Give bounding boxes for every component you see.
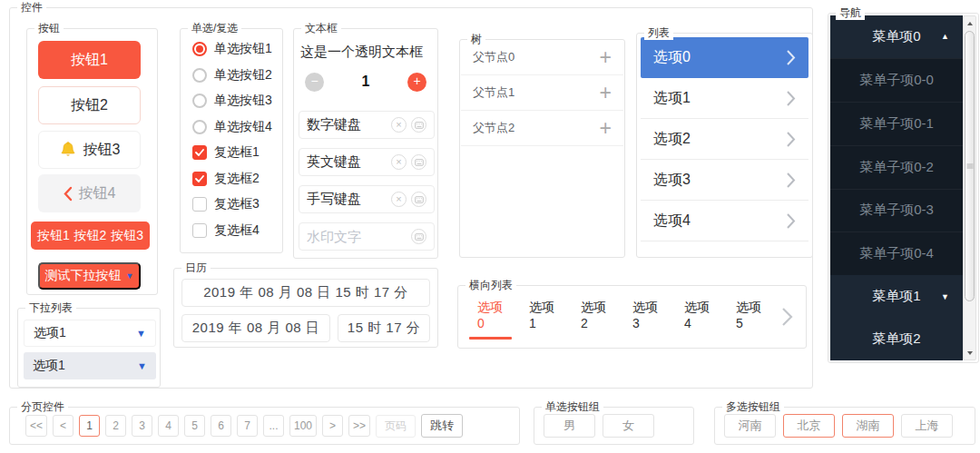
dropdown-test-button[interactable]: 测试下拉按钮 ▼ [38,262,141,290]
chevron-left-icon [64,186,73,202]
handwriting-keyboard-input[interactable] [307,192,387,207]
nav-submenu-item[interactable]: 菜单子项0-1 [830,102,963,145]
datetime-picker-full[interactable]: 2019 年 08 月 08 日 15 时 17 分 [181,279,430,307]
nav-menu-item-2[interactable]: 菜单项2 [830,318,963,360]
nav-submenu-item[interactable]: 菜单子项0-4 [830,231,963,275]
list-item[interactable]: 选项2 [641,119,808,160]
list-item[interactable]: 选项1 [641,78,808,119]
date-picker[interactable]: 2019 年 08 月 08 日 [181,314,330,342]
time-picker[interactable]: 15 时 17 分 [338,314,430,342]
list-item[interactable]: 选项0 [641,37,808,78]
ellipsis-button[interactable]: ... [263,415,284,437]
dropdown-select-1[interactable]: 选项1 ▼ [24,320,156,347]
gender-male-button[interactable]: 男 [544,414,595,438]
hlist-item[interactable]: 选项4 [678,289,717,345]
checkbox-option[interactable]: 复选框1 [192,145,282,160]
tree-legend: 树 [467,33,485,46]
hlist-item[interactable]: 选项0 [471,289,510,345]
button-group[interactable]: 按钮1 按钮2 按钮3 [31,222,150,250]
radio-option[interactable]: 单选按钮2 [192,68,282,83]
numeric-keyboard-input[interactable] [307,117,387,133]
nav-scrollbar[interactable] [963,15,976,360]
checkbox-icon [192,223,207,238]
transparent-textbox[interactable]: 这是一个透明文本框 [300,44,423,61]
nav-submenu-item[interactable]: 菜单子项0-3 [830,189,963,232]
tree-node[interactable]: 父节点2 + [461,111,623,146]
last-page-button[interactable]: >> [348,415,370,437]
nav-item-label: 菜单子项0-0 [859,72,934,89]
calendar-groupbox: 日历 2019 年 08 月 08 日 15 时 17 分 2019 年 08 … [173,268,438,348]
dropdown-select-2[interactable]: 选项1 ▼ [24,352,156,379]
nav-submenu-item[interactable]: 菜单子项0-2 [830,145,963,189]
page-button[interactable]: 5 [184,415,205,437]
keyboard-icon[interactable] [411,229,426,244]
keyboard-icon[interactable] [411,192,426,207]
nav-menu-item-1[interactable]: 菜单项1 ▼ [830,275,963,318]
region-button-shanghai[interactable]: 上海 [901,414,953,438]
clear-icon[interactable]: × [391,154,407,170]
button-4[interactable]: 按钮4 [38,174,141,212]
scroll-down-icon[interactable] [964,347,975,359]
dropdown-groupbox: 下拉列表 选项1 ▼ 选项1 ▼ [17,308,161,388]
radio-label: 单选按钮4 [214,119,272,135]
radio-option[interactable]: 单选按钮4 [192,120,282,134]
hlist-item[interactable]: 选项2 [574,289,613,345]
keyboard-icon[interactable] [411,154,426,170]
list-item[interactable]: 选项4 [641,201,808,241]
textbox-groupbox: 文本框 这是一个透明文本框 − 1 + × × × [293,28,438,259]
checkbox-option[interactable]: 复选框3 [192,197,282,212]
list-item[interactable]: 选项3 [641,160,808,201]
clear-icon[interactable]: × [391,117,407,133]
checkbox-label: 复选框3 [214,196,260,212]
checkbox-icon [192,145,207,160]
textbox-legend: 文本框 [301,22,341,35]
plus-icon[interactable]: + [407,73,426,92]
next-page-button[interactable]: > [322,415,343,437]
region-button-beijing[interactable]: 北京 [783,414,835,438]
minus-icon[interactable]: − [305,73,324,92]
controls-groupbox: 控件 按钮 按钮1 按钮2 按钮3 [9,7,813,389]
radio-option[interactable]: 单选按钮3 [192,94,282,108]
button-2[interactable]: 按钮2 [38,86,141,124]
button-group-item[interactable]: 按钮1 [37,228,70,244]
keyboard-icon[interactable] [411,117,426,133]
region-button-henan[interactable]: 河南 [724,414,776,438]
button-group-item[interactable]: 按钮3 [111,228,143,244]
checkbox-option[interactable]: 复选框2 [192,172,282,186]
dropdown-arrow-icon: ▼ [126,271,134,281]
page-button[interactable]: 100 [289,415,317,437]
expand-plus-icon[interactable]: + [600,83,612,103]
hlist-item[interactable]: 选项5 [730,289,769,345]
scrollbar-thumb[interactable] [965,31,975,301]
page-button[interactable]: 6 [211,415,231,437]
nav-submenu-item[interactable]: 菜单子项0-0 [830,58,963,102]
button-1[interactable]: 按钮1 [38,41,141,79]
button-group-item[interactable]: 按钮2 [74,228,107,244]
scroll-up-icon[interactable] [964,17,975,29]
expand-plus-icon[interactable]: + [600,118,612,139]
page-button[interactable]: 2 [105,415,126,437]
expand-plus-icon[interactable]: + [600,47,612,68]
button-3[interactable]: 按钮3 [38,131,141,169]
nav-menu-item-0[interactable]: 菜单项0 ▲ [830,15,963,58]
first-page-button[interactable]: << [25,415,47,437]
page-number-input[interactable] [376,415,416,438]
hlist-item[interactable]: 选项3 [626,289,665,345]
radio-option[interactable]: 单选按钮1 [192,42,282,56]
prev-page-button[interactable]: < [53,415,74,437]
gender-female-button[interactable]: 女 [603,414,654,438]
page-button-current[interactable]: 1 [79,415,100,437]
checkbox-option[interactable]: 复选框4 [192,223,282,238]
clear-icon[interactable]: × [391,192,407,207]
jump-button[interactable]: 跳转 [421,414,463,438]
buttons-groupbox: 按钮 按钮1 按钮2 按钮3 [26,28,158,295]
page-button[interactable]: 7 [237,415,258,437]
watermark-input[interactable] [307,229,407,244]
tree-node[interactable]: 父节点1 + [461,75,623,111]
page-button[interactable]: 3 [132,415,152,437]
english-keyboard-input[interactable] [307,154,387,170]
page-button[interactable]: 4 [158,415,179,437]
region-button-hunan[interactable]: 湖南 [842,414,894,438]
hlist-item[interactable]: 选项1 [523,289,562,345]
chevron-right-icon[interactable] [781,306,793,328]
